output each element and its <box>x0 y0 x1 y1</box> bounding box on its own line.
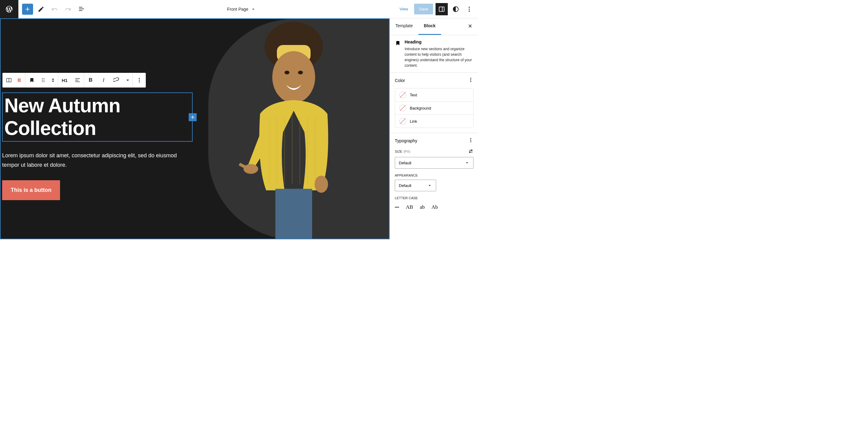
color-text-button[interactable]: Text <box>395 89 473 102</box>
wordpress-logo[interactable] <box>0 0 19 19</box>
top-bar: Front Page View Save <box>0 0 478 19</box>
appearance-label: APPEARANCE <box>395 173 418 177</box>
settings-sidebar: Template Block Heading Introduce new sec… <box>390 19 478 239</box>
letter-case-label: LETTER CASE <box>395 196 418 200</box>
drag-handle[interactable] <box>38 73 48 88</box>
view-button[interactable]: View <box>396 4 412 14</box>
svg-point-24 <box>272 51 315 103</box>
svg-point-40 <box>470 79 471 80</box>
styles-button[interactable] <box>450 4 461 15</box>
svg-point-11 <box>42 78 43 79</box>
top-right-controls: View Save <box>392 3 478 15</box>
svg-point-29 <box>315 176 328 193</box>
bold-button[interactable]: B <box>84 73 97 88</box>
add-block-button[interactable] <box>22 4 33 15</box>
heading-level-button[interactable]: H1 <box>58 73 71 88</box>
color-options-button[interactable] <box>468 77 473 84</box>
svg-point-17 <box>139 78 140 79</box>
settings-panel-toggle[interactable] <box>436 3 448 15</box>
move-updown-button[interactable] <box>48 73 58 88</box>
svg-point-41 <box>470 81 471 82</box>
size-unit: (PX) <box>403 149 410 153</box>
canvas-right-column <box>199 19 389 239</box>
svg-point-13 <box>42 80 43 81</box>
document-overview-button[interactable] <box>76 4 87 15</box>
size-custom-toggle[interactable] <box>468 148 473 155</box>
chevron-down-icon <box>251 7 256 12</box>
heading-block-icon[interactable] <box>25 73 38 88</box>
svg-rect-10 <box>20 78 21 82</box>
font-size-select[interactable]: Default <box>395 157 473 169</box>
color-panel: Color Text Background Link <box>390 73 478 133</box>
color-section-title: Color <box>395 78 405 83</box>
empty-swatch-icon <box>399 105 406 111</box>
color-background-button[interactable]: Background <box>395 102 473 115</box>
letter-case-lower[interactable]: ab <box>420 204 425 210</box>
edit-mode-button[interactable] <box>35 4 46 15</box>
block-options-button[interactable] <box>133 73 146 88</box>
close-sidebar-button[interactable] <box>462 19 478 35</box>
add-block-inline-button[interactable] <box>189 113 197 121</box>
svg-point-16 <box>43 81 44 82</box>
heading-block[interactable]: New Autumn Collection <box>2 92 193 142</box>
letter-case-upper[interactable]: AB <box>406 204 413 210</box>
svg-rect-2 <box>439 7 444 11</box>
block-description: Introduce new sections and organize cont… <box>405 46 473 68</box>
typography-options-button[interactable] <box>468 137 473 144</box>
color-list: Text Background Link <box>395 88 473 128</box>
align-button[interactable] <box>71 73 84 88</box>
main-area: H1 B I New Autumn Collection <box>0 19 478 239</box>
hero-image[interactable] <box>199 19 389 239</box>
chevron-down-icon <box>427 183 432 188</box>
redo-button[interactable] <box>62 4 73 15</box>
typography-panel: Typography SIZE (PX) Default <box>390 133 478 216</box>
svg-point-5 <box>469 8 470 10</box>
svg-point-4 <box>469 6 470 8</box>
page-title-area[interactable]: Front Page <box>91 7 392 12</box>
typography-section-title: Typography <box>395 138 417 143</box>
italic-button[interactable]: I <box>97 73 110 88</box>
link-button[interactable] <box>110 73 123 88</box>
svg-point-12 <box>43 78 44 79</box>
options-menu-button[interactable] <box>464 4 475 15</box>
sidebar-tabs: Template Block <box>390 19 478 35</box>
svg-point-44 <box>470 141 471 142</box>
svg-point-43 <box>470 140 471 141</box>
undo-button[interactable] <box>49 4 60 15</box>
person-illustration <box>223 19 364 239</box>
tab-template[interactable]: Template <box>390 19 418 35</box>
paragraph-block[interactable]: Lorem ipsum dolor sit amet, consectetur … <box>2 151 186 169</box>
svg-point-25 <box>284 71 289 74</box>
editor-canvas[interactable]: H1 B I New Autumn Collection <box>0 19 390 239</box>
svg-rect-28 <box>275 189 312 239</box>
save-button: Save <box>414 4 433 14</box>
block-info-section: Heading Introduce new sections and organ… <box>390 35 478 73</box>
heading-text[interactable]: New Autumn Collection <box>4 95 190 139</box>
appearance-select[interactable]: Default <box>395 179 436 191</box>
svg-point-19 <box>139 81 140 82</box>
color-link-button[interactable]: Link <box>395 115 473 128</box>
svg-rect-9 <box>18 78 19 82</box>
canvas-content: New Autumn Collection Lorem ipsum dolor … <box>1 19 389 239</box>
page-title-text: Front Page <box>227 7 248 12</box>
svg-point-15 <box>42 81 43 82</box>
letter-case-capitalize[interactable]: Ab <box>432 204 438 210</box>
letter-case-row: AB ab Ab <box>395 202 473 212</box>
svg-point-18 <box>139 79 140 80</box>
block-title-label: Heading <box>405 39 473 44</box>
chevron-down-icon <box>465 160 469 165</box>
tab-block[interactable]: Block <box>418 19 441 35</box>
empty-swatch-icon <box>399 118 406 125</box>
letter-case-none[interactable] <box>395 207 399 207</box>
svg-point-39 <box>470 78 471 79</box>
cta-button[interactable]: This is a button <box>2 180 60 200</box>
top-left-controls <box>19 4 91 15</box>
parent-block-icon[interactable] <box>15 73 25 88</box>
heading-icon <box>395 39 401 68</box>
empty-swatch-icon <box>399 92 406 98</box>
canvas-left-column: New Autumn Collection Lorem ipsum dolor … <box>1 19 199 239</box>
column-block-icon[interactable] <box>2 73 15 88</box>
svg-point-27 <box>244 164 258 174</box>
block-toolbar: H1 B I <box>2 73 146 88</box>
more-formatting-button[interactable] <box>123 73 133 88</box>
